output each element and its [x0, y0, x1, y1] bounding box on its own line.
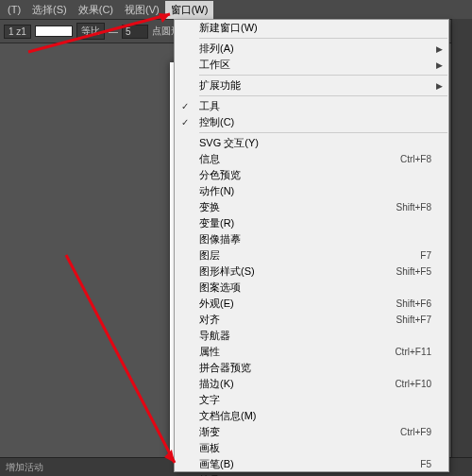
menu-t[interactable]: (T)	[2, 2, 26, 17]
menu-item[interactable]: 排列(A)▶	[175, 41, 448, 57]
menu-separator	[199, 38, 447, 39]
check-icon: ✓	[181, 117, 189, 128]
menu-item-shortcut: Shift+F6	[396, 298, 431, 309]
menu-item[interactable]: 画笔(B)F5	[175, 456, 448, 472]
menu-item-shortcut: Ctrl+F8	[400, 154, 431, 164]
menu-item[interactable]: 外观(E)Shift+F6	[175, 296, 448, 312]
menu-item-shortcut: F5	[420, 459, 431, 469]
menu-item-label: 工作区	[199, 58, 431, 72]
menu-select[interactable]: 选择(S)	[26, 1, 73, 19]
right-panel-collapsed[interactable]	[451, 19, 472, 476]
menu-item-label: 信息	[199, 152, 400, 166]
menu-item-label: 变量(R)	[199, 216, 431, 230]
menu-item-shortcut: Ctrl+F11	[395, 347, 431, 357]
stroke-mode[interactable]: 等比	[76, 23, 105, 40]
menu-item-shortcut: Ctrl+F10	[395, 379, 431, 389]
menu-item[interactable]: 画板	[175, 440, 448, 456]
menu-item[interactable]: 导航器	[175, 328, 448, 344]
menu-item-label: 导航器	[199, 329, 431, 343]
menubar: (T) 选择(S) 效果(C) 视图(V) 窗口(W)	[0, 0, 472, 19]
menu-item-label: 变换	[199, 200, 396, 214]
menu-item[interactable]: 信息Ctrl+F8	[175, 151, 448, 167]
menu-item[interactable]: 变换Shift+F8	[175, 199, 448, 215]
menu-item[interactable]: 文字	[175, 392, 448, 408]
menu-effect[interactable]: 效果(C)	[73, 1, 119, 19]
menu-view[interactable]: 视图(V)	[119, 1, 165, 19]
menu-item[interactable]: 新建窗口(W)	[175, 20, 448, 36]
menu-separator	[199, 95, 447, 96]
menu-item-shortcut: Shift+F8	[396, 202, 431, 212]
menu-separator	[199, 132, 447, 133]
submenu-arrow-icon: ▶	[436, 44, 443, 54]
menu-item-label: 分色预览	[199, 168, 431, 182]
window-menu-dropdown: 新建窗口(W)排列(A)▶工作区▶扩展功能▶✓工具✓控制(C)SVG 交互(Y)…	[174, 19, 449, 472]
menu-item[interactable]: 动作(N)	[175, 183, 448, 199]
menu-item[interactable]: 渐变Ctrl+F9	[175, 424, 448, 440]
menu-item[interactable]: ✓控制(C)	[175, 114, 448, 130]
submenu-arrow-icon: ▶	[436, 60, 443, 70]
dash-icon: —	[109, 26, 118, 37]
status-text: 增加活动	[6, 461, 43, 474]
menu-item-label: 控制(C)	[199, 115, 431, 129]
menu-item-label: 图形样式(S)	[199, 264, 396, 279]
zoom-select[interactable]: 1 z1	[4, 25, 31, 39]
menu-item-label: 拼合器预览	[199, 361, 431, 375]
menu-item[interactable]: 对齐Shift+F7	[175, 312, 448, 328]
menu-item-label: 排列(A)	[199, 42, 431, 56]
menu-item-label: 图像描摹	[199, 232, 431, 246]
menu-item[interactable]: 拼合器预览	[175, 360, 448, 376]
menu-item-label: 动作(N)	[199, 184, 431, 198]
menu-separator	[199, 75, 447, 76]
menu-item-label: 渐变	[199, 425, 400, 439]
menu-item[interactable]: 属性Ctrl+F11	[175, 344, 448, 360]
menu-item[interactable]: ✓工具	[175, 98, 448, 114]
menu-item-label: 工具	[199, 99, 431, 113]
menu-item-label: 扩展功能	[199, 78, 431, 93]
check-icon: ✓	[181, 101, 189, 111]
menu-item[interactable]: 文档信息(M)	[175, 408, 448, 424]
menu-item[interactable]: 工作区▶	[175, 57, 448, 73]
menu-item-shortcut: Shift+F7	[396, 314, 431, 325]
menu-item-label: 文档信息(M)	[199, 409, 431, 423]
menu-window[interactable]: 窗口(W)	[165, 1, 214, 19]
menu-item-shortcut: Ctrl+F9	[400, 427, 431, 437]
menu-item-shortcut: F7	[420, 250, 431, 261]
menu-item-label: 外观(E)	[199, 297, 396, 311]
menu-item[interactable]: 符号Shift+Ctrl+F11	[175, 472, 448, 476]
menu-item-label: SVG 交互(Y)	[199, 136, 431, 150]
menu-item-label: 对齐	[199, 313, 396, 327]
menu-item-label: 新建窗口(W)	[199, 21, 431, 35]
submenu-arrow-icon: ▶	[436, 81, 443, 91]
menu-item[interactable]: 图像描摹	[175, 231, 448, 247]
points-field[interactable]: 5	[122, 25, 148, 39]
menu-item[interactable]: 描边(K)Ctrl+F10	[175, 376, 448, 392]
menu-item-label: 属性	[199, 345, 395, 359]
menu-item[interactable]: 图层F7	[175, 247, 448, 264]
menu-item[interactable]: 图案选项	[175, 280, 448, 296]
stroke-swatch[interactable]	[35, 26, 73, 37]
menu-item-label: 图案选项	[199, 280, 431, 295]
menu-item-label: 描边(K)	[199, 377, 395, 391]
menu-item-label: 图层	[199, 248, 420, 263]
menu-item[interactable]: 变量(R)	[175, 215, 448, 231]
menu-item[interactable]: 扩展功能▶	[175, 77, 448, 94]
menu-item-label: 画笔(B)	[199, 457, 420, 471]
menu-item-label: 画板	[199, 441, 431, 455]
menu-item[interactable]: SVG 交互(Y)	[175, 135, 448, 151]
menu-item[interactable]: 图形样式(S)Shift+F5	[175, 264, 448, 280]
menu-item[interactable]: 分色预览	[175, 167, 448, 183]
menu-item-shortcut: Shift+F5	[396, 266, 431, 277]
menu-item-label: 文字	[199, 393, 431, 407]
